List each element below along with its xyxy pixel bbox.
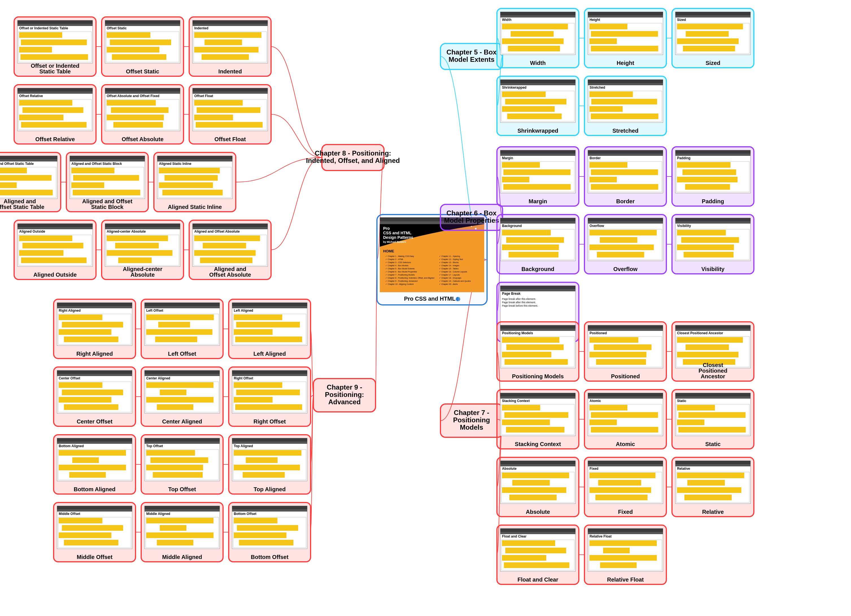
svg-rect-315 (502, 24, 568, 29)
node-ch8-2-2[interactable]: Aligned Static InlineAligned Static Inli… (154, 152, 236, 212)
node-ch9-2-0[interactable]: Bottom AlignedBottom Aligned (54, 435, 135, 494)
node-ch9-1-0[interactable]: Center OffsetCenter Offset (54, 367, 135, 426)
node-ch7-1-2[interactable]: StaticStatic (672, 389, 754, 449)
svg-text:Offset Float: Offset Float (214, 136, 246, 142)
node-ch8-2-0[interactable]: Aligned and Offset Static TableAligned a… (0, 152, 61, 212)
node-ch9-2-1[interactable]: Top OffsetTop Offset (141, 435, 223, 494)
svg-text:✓ Chapter 10 - Aligning Conten: ✓ Chapter 10 - Aligning Content (385, 283, 413, 285)
svg-rect-426 (675, 221, 750, 224)
svg-text:Positioning:: Positioning: (325, 391, 364, 398)
node-ch8-0-1[interactable]: Offset StaticOffset Static (102, 17, 183, 76)
node-ch8-1-1[interactable]: Offset Absolute and Offset FixedOffset A… (102, 85, 183, 144)
svg-text:✓ Chapter 2 - HTML: ✓ Chapter 2 - HTML (385, 258, 403, 261)
svg-text:Left Offset: Left Offset (168, 351, 196, 357)
svg-rect-359 (589, 92, 633, 97)
svg-rect-152 (107, 236, 168, 241)
node-ch7-0-0[interactable]: Positioning ModelsPositioning Models (497, 322, 579, 381)
node-ch6-0-0[interactable]: MarginMargin (497, 147, 579, 206)
svg-text:Fixed: Fixed (589, 467, 598, 470)
node-ch6-1-1[interactable]: OverflowOverflow (585, 215, 666, 274)
node-ch9-0-1[interactable]: Left OffsetLeft Offset (141, 299, 223, 359)
chapter-ch7[interactable]: Chapter 7 -PositioningModels (441, 404, 502, 437)
node-ch7-1-0[interactable]: Stacking ContextStacking Context (497, 389, 579, 449)
svg-rect-233 (232, 374, 307, 376)
node-ch5-0-0[interactable]: WidthWidth (497, 9, 579, 68)
node-ch8-3-2[interactable]: Aligned and Offset AbsoluteAligned andOf… (189, 220, 271, 279)
svg-rect-566 (589, 555, 657, 561)
svg-text:Aligned and Offset Static Tabl: Aligned and Offset Static Table (0, 162, 34, 166)
svg-text:Stacking Context: Stacking Context (515, 441, 561, 447)
node-ch8-1-2[interactable]: Offset FloatOffset Float (189, 85, 271, 144)
chapter-ch8[interactable]: Chapter 8 - Positioning:Indented, Offset… (306, 144, 400, 171)
node-ch7-2-1[interactable]: FixedFixed (585, 457, 666, 517)
svg-rect-142 (23, 243, 84, 248)
node-ch7-0-1[interactable]: PositionedPositioned (585, 322, 666, 381)
node-ch6-1-2[interactable]: VisibilityVisibility (672, 215, 754, 274)
node-ch6-0-1[interactable]: BorderBorder (585, 147, 666, 206)
svg-text:Aligned Outside: Aligned Outside (19, 230, 45, 233)
svg-rect-119 (73, 175, 139, 181)
svg-rect-350 (502, 106, 555, 112)
svg-rect-507 (675, 397, 750, 399)
svg-text:by Michael Bowers: by Michael Bowers (383, 240, 406, 243)
node-ch8-0-0[interactable]: Offset or Indented Static TableOffset or… (14, 17, 96, 76)
chapter-ch5[interactable]: Chapter 5 - BoxModel Extents (441, 44, 502, 69)
svg-rect-258 (150, 457, 208, 463)
node-ch5-1-1[interactable]: StretchedStretched (585, 76, 666, 135)
chapter-ch6[interactable]: Chapter 6 - BoxModel Properties (441, 204, 502, 230)
node-ch7-3-1[interactable]: Relative FloatRelative Float (585, 525, 666, 584)
svg-rect-216 (64, 404, 118, 410)
node-ch6-0-2[interactable]: PaddingPadding (672, 147, 754, 206)
node-ch7-2-2[interactable]: RelativeRelative (672, 457, 754, 517)
svg-rect-213 (59, 382, 102, 388)
svg-rect-556 (504, 562, 570, 568)
node-ch7-2-0[interactable]: AbsoluteAbsolute (497, 457, 579, 517)
node-ch9-3-1[interactable]: Middle AlignedMiddle Aligned (141, 502, 223, 562)
node-ch5-0-1[interactable]: HeightHeight (585, 9, 666, 68)
node-ch9-0-0[interactable]: Right AlignedRight Aligned (54, 299, 135, 359)
svg-text:Offset Static: Offset Static (107, 26, 127, 30)
svg-rect-371 (500, 153, 576, 156)
node-ch8-3-1[interactable]: Aligned-center AbsoluteAligned-centerAbs… (102, 220, 183, 279)
svg-text:Top Offset: Top Offset (146, 444, 163, 448)
node-ch9-2-2[interactable]: Top AlignedTop Aligned (229, 435, 311, 494)
node-ch9-0-2[interactable]: Left AlignedLeft Aligned (229, 299, 311, 359)
svg-rect-193 (146, 329, 212, 335)
svg-text:Static Table: Static Table (39, 68, 71, 75)
node-ch9-3-2[interactable]: Bottom OffsetBottom Offset (229, 502, 311, 562)
node-ch8-1-0[interactable]: Offset RelativeOffset Relative (14, 85, 96, 144)
node-ch9-1-2[interactable]: Right OffsetRight Offset (229, 367, 311, 426)
svg-rect-246 (59, 450, 126, 456)
svg-rect-183 (64, 337, 118, 342)
node-ch8-2-1[interactable]: Aligned and Offset Static BlockAligned a… (66, 152, 148, 212)
svg-rect-324 (588, 15, 663, 18)
node-ch7-3-0[interactable]: Float and ClearFloat and Clear (497, 525, 579, 584)
svg-rect-384 (589, 162, 627, 168)
svg-text:Bottom Aligned: Bottom Aligned (74, 486, 116, 492)
node-ch5-0-2[interactable]: SizedSized (672, 9, 754, 68)
node-ch8-3-0[interactable]: Aligned OutsideAligned Outside (14, 220, 96, 279)
node-ch5-1-0[interactable]: ShrinkwrappedShrinkwrapped (497, 76, 579, 135)
svg-rect-299 (232, 509, 307, 512)
svg-rect-495 (588, 393, 663, 397)
svg-text:✓ Chapter 14 - Images: ✓ Chapter 14 - Images (439, 264, 459, 267)
svg-rect-461 (588, 329, 663, 331)
svg-rect-203 (236, 322, 300, 328)
node-ch7-1-1[interactable]: AtomicAtomic (585, 389, 666, 449)
svg-rect-265 (232, 438, 307, 442)
node-ch6-1-0[interactable]: BackgroundBackground (497, 215, 579, 274)
svg-rect-139 (18, 227, 93, 229)
node-ch7-0-2[interactable]: Closest Positioned AncestorClosestPositi… (672, 322, 754, 381)
svg-text:HOME: HOME (383, 249, 394, 253)
svg-rect-382 (588, 153, 663, 156)
node-ch9-1-1[interactable]: Center AlignedCenter Aligned (141, 367, 223, 426)
chapter-ch9[interactable]: Chapter 9 -Positioning:Advanced (313, 379, 376, 412)
node-ch9-3-0[interactable]: Middle OffsetMiddle Offset (54, 502, 135, 562)
svg-rect-501 (591, 427, 659, 433)
node-ch8-0-2[interactable]: IndentedIndented (189, 17, 271, 76)
svg-rect-436 (500, 286, 576, 289)
svg-text:Positioning: Positioning (453, 416, 490, 424)
svg-rect-42 (20, 54, 88, 60)
svg-rect-326 (589, 24, 627, 29)
svg-rect-335 (675, 15, 750, 18)
